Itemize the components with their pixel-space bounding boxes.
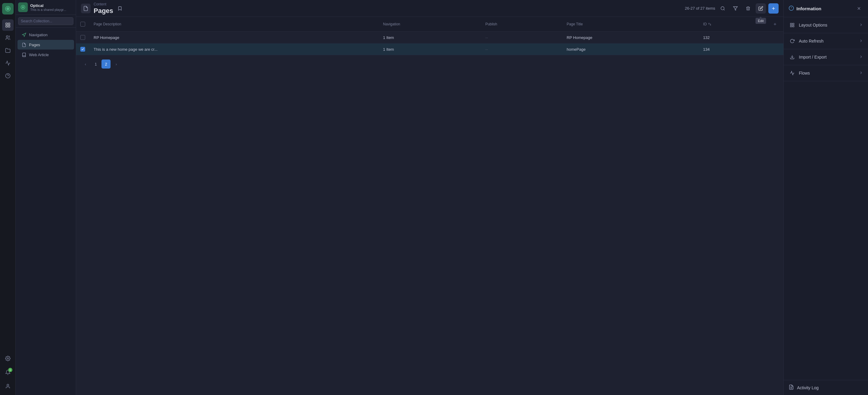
import-export-chevron bbox=[859, 55, 863, 60]
row-1-navigation: 1 Item bbox=[379, 32, 481, 43]
nav-item-web-article[interactable]: Web Article bbox=[18, 50, 74, 60]
col-add bbox=[767, 17, 783, 32]
sidebar-item-users[interactable] bbox=[2, 32, 13, 43]
search-container bbox=[16, 15, 76, 28]
info-icon bbox=[788, 5, 794, 12]
nav-item-pages[interactable]: Pages bbox=[18, 40, 74, 50]
sidebar-item-settings[interactable] bbox=[2, 353, 13, 364]
panel-section-layout-options[interactable]: Layout Options bbox=[784, 17, 868, 33]
app-subtitle: This is a shared playgr... bbox=[30, 8, 73, 11]
refresh-icon bbox=[788, 37, 796, 45]
page-2-button[interactable]: 2 bbox=[101, 60, 111, 68]
panel-section-flows[interactable]: Flows bbox=[784, 65, 868, 81]
svg-rect-2 bbox=[6, 23, 7, 25]
app-icon bbox=[18, 2, 28, 12]
svg-rect-3 bbox=[8, 23, 10, 25]
col-navigation[interactable]: Navigation bbox=[379, 17, 481, 32]
search-input[interactable] bbox=[18, 17, 73, 25]
panel-header: Information bbox=[784, 0, 868, 17]
edit-button[interactable] bbox=[756, 3, 766, 13]
select-all-col bbox=[76, 17, 89, 32]
row-2-description: This is a new home page we are cr... bbox=[89, 43, 379, 55]
auto-refresh-label: Auto Refresh bbox=[799, 39, 824, 43]
row-1-checkbox-cell bbox=[76, 32, 89, 43]
auto-refresh-left: Auto Refresh bbox=[788, 37, 824, 45]
sidebar-item-files[interactable] bbox=[2, 45, 13, 56]
user-avatar[interactable] bbox=[2, 381, 13, 392]
row-1-checkbox[interactable] bbox=[80, 35, 85, 40]
nav-item-navigation-label: Navigation bbox=[29, 33, 48, 37]
col-page-title[interactable]: Page Title bbox=[562, 17, 699, 32]
select-all-checkbox[interactable] bbox=[80, 22, 85, 27]
panel-title: Information bbox=[788, 5, 822, 12]
row-1-extra bbox=[767, 32, 783, 43]
pages-table: Page Description Navigation Publish bbox=[76, 17, 783, 55]
pagination: ‹ 1 2 › bbox=[76, 55, 783, 73]
panel-section-import-export[interactable]: Import / Export bbox=[784, 49, 868, 65]
add-column-button[interactable] bbox=[771, 20, 779, 28]
table-row[interactable]: This is a new home page we are cr... 1 I… bbox=[76, 43, 783, 55]
col-page-description[interactable]: Page Description bbox=[89, 17, 379, 32]
row-1-id: 132 bbox=[699, 32, 767, 43]
page-title: Pages bbox=[94, 7, 113, 15]
main-content: Content Pages 26-27 of 27 items bbox=[76, 0, 783, 395]
table-body: RP Homepage 1 Item -- RP Homepage 132 bbox=[76, 32, 783, 55]
app-logo[interactable] bbox=[2, 3, 13, 14]
app-info: Optical This is a shared playgr... bbox=[30, 3, 73, 11]
table-header: Page Description Navigation Publish bbox=[76, 17, 783, 32]
sidebar-item-content[interactable] bbox=[2, 19, 13, 31]
row-2-checkbox[interactable] bbox=[80, 47, 85, 52]
content-type-icon bbox=[81, 4, 91, 13]
panel-footer-activity-log[interactable]: Activity Log bbox=[784, 380, 868, 395]
right-panel: Information Layout Options bbox=[783, 0, 868, 395]
svg-rect-28 bbox=[790, 25, 792, 27]
notification-badge: 1 bbox=[8, 368, 12, 372]
flows-icon bbox=[788, 69, 796, 77]
pages-icon bbox=[21, 42, 27, 48]
row-2-extra bbox=[767, 43, 783, 55]
import-icon bbox=[788, 54, 796, 61]
panel-section-auto-refresh[interactable]: Auto Refresh bbox=[784, 33, 868, 49]
panel-close-button[interactable] bbox=[855, 4, 863, 13]
delete-button[interactable] bbox=[743, 3, 753, 13]
nav-item-web-article-label: Web Article bbox=[29, 53, 49, 57]
sidebar-nav: Navigation Pages Web Article bbox=[16, 28, 76, 395]
bookmark-button[interactable] bbox=[116, 5, 124, 12]
app-name: Optical bbox=[30, 3, 73, 8]
row-1-publish: -- bbox=[481, 32, 562, 43]
prev-page-button[interactable]: ‹ bbox=[81, 60, 90, 68]
row-1-page-title: RP Homepage bbox=[562, 32, 699, 43]
row-2-page-title: homePage bbox=[562, 43, 699, 55]
add-button[interactable] bbox=[768, 3, 779, 13]
row-2-navigation: 1 Item bbox=[379, 43, 481, 55]
svg-rect-4 bbox=[6, 26, 7, 27]
svg-marker-16 bbox=[733, 7, 737, 10]
sidebar-item-analytics[interactable] bbox=[2, 57, 13, 69]
page-1-button[interactable]: 1 bbox=[91, 60, 100, 68]
breadcrumb: Content bbox=[94, 2, 113, 6]
filter-button[interactable] bbox=[730, 3, 741, 13]
col-id[interactable]: ID bbox=[699, 17, 767, 32]
col-publish[interactable]: Publish bbox=[481, 17, 562, 32]
auto-refresh-chevron bbox=[859, 39, 863, 44]
svg-point-6 bbox=[6, 36, 8, 37]
icon-bar: 1 bbox=[0, 0, 16, 395]
row-2-checkbox-cell bbox=[76, 43, 89, 55]
flows-chevron bbox=[859, 71, 863, 76]
svg-point-12 bbox=[22, 7, 24, 8]
svg-point-9 bbox=[7, 358, 8, 359]
import-export-left: Import / Export bbox=[788, 54, 827, 61]
notification-bell[interactable]: 1 bbox=[2, 367, 13, 378]
sort-icon bbox=[708, 22, 712, 26]
sidebar-item-help[interactable] bbox=[2, 70, 13, 82]
nav-item-pages-label: Pages bbox=[29, 42, 40, 47]
edit-button-container: Edit bbox=[756, 3, 766, 13]
svg-point-14 bbox=[721, 7, 724, 10]
flows-label: Flows bbox=[799, 71, 810, 75]
header-actions: 26-27 of 27 items bbox=[685, 3, 779, 13]
svg-rect-26 bbox=[790, 23, 792, 25]
next-page-button[interactable]: › bbox=[112, 60, 121, 68]
search-button[interactable] bbox=[718, 3, 728, 13]
table-row[interactable]: RP Homepage 1 Item -- RP Homepage 132 bbox=[76, 32, 783, 43]
nav-item-navigation[interactable]: Navigation bbox=[18, 30, 74, 39]
